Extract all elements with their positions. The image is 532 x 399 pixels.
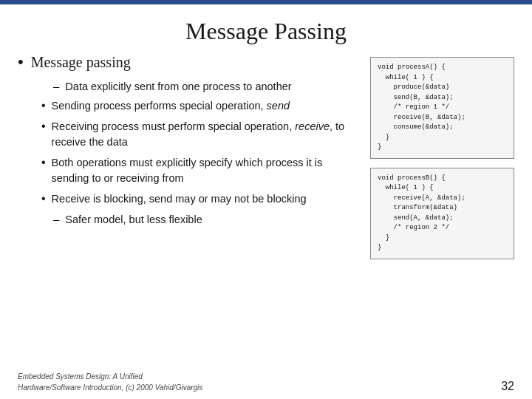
footer-line1: Embedded Systems Design: A Unified xyxy=(18,372,143,381)
slide-title: Message Passing xyxy=(0,18,532,45)
code-box-b: void processB() { while( 1 ) { receive(A… xyxy=(370,168,514,259)
page-number: 32 xyxy=(501,380,514,393)
dash-item-1: – Data explicitly sent from one process … xyxy=(53,79,358,94)
main-bullet-dot: • xyxy=(18,52,24,72)
main-bullet-text: Message passing xyxy=(31,54,131,71)
main-content: • Message passing – Data explicitly sent… xyxy=(18,54,370,366)
sub-text-1: Sending process performs special operati… xyxy=(52,98,290,114)
sub-bullet-4: • xyxy=(41,192,46,205)
sub-item-3: • Both operations must explicitly specif… xyxy=(41,155,358,186)
content-area: • Message passing – Data explicitly sent… xyxy=(0,54,532,366)
sub-text-2: Receiving process must perform special o… xyxy=(52,119,358,150)
sub-bullet-3: • xyxy=(41,156,46,169)
sub-text-4: Receive is blocking, send may or may not… xyxy=(52,191,307,207)
footer: Embedded Systems Design: A Unified Hardw… xyxy=(0,366,532,399)
footer-citation: Embedded Systems Design: A Unified Hardw… xyxy=(18,371,202,393)
slide: Message Passing • Message passing – Data… xyxy=(0,0,532,399)
top-bar xyxy=(0,0,532,4)
sub-item-4: • Receive is blocking, send may or may n… xyxy=(41,191,358,207)
sub-bullet-2: • xyxy=(41,120,46,133)
sub-list: – Data explicitly sent from one process … xyxy=(41,79,358,228)
sub-text-3: Both operations must explicitly specify … xyxy=(52,155,358,186)
main-bullet-item: • Message passing xyxy=(18,54,358,72)
code-boxes: void processA() { while( 1 ) { produce(&… xyxy=(370,54,514,366)
sub-item-2: • Receiving process must perform special… xyxy=(41,119,358,150)
dash-icon-2: – xyxy=(53,213,59,225)
code-box-a: void processA() { while( 1 ) { produce(&… xyxy=(370,57,514,159)
sub-item-1: • Sending process performs special opera… xyxy=(41,98,358,114)
dash-item-2: – Safer model, but less flexible xyxy=(53,212,358,227)
dash-icon-1: – xyxy=(53,80,59,92)
dash-text-2: Safer model, but less flexible xyxy=(65,212,202,227)
footer-line2: Hardware/Software Introduction, (c) 2000… xyxy=(18,383,202,392)
dash-text-1: Data explicitly sent from one process to… xyxy=(65,79,291,94)
sub-bullet-1: • xyxy=(41,99,46,112)
